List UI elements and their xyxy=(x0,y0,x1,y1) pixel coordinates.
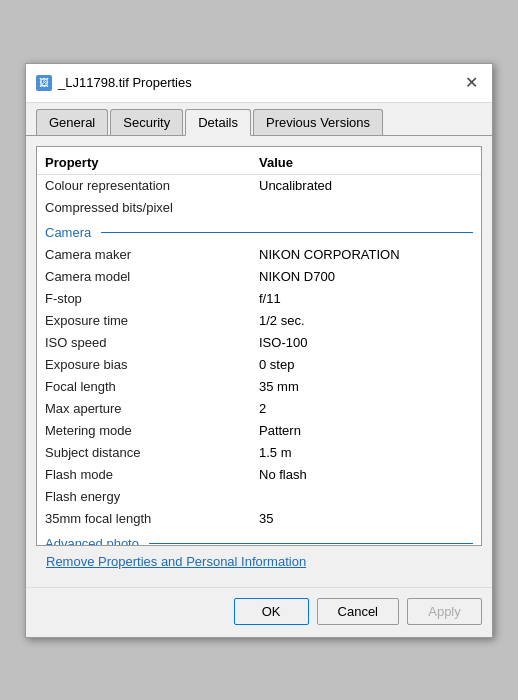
tab-security[interactable]: Security xyxy=(110,109,183,135)
prop-value: Uncalibrated xyxy=(259,178,473,193)
close-button[interactable]: ✕ xyxy=(460,72,482,94)
section-advanced-photo: Advanced photo xyxy=(37,530,481,545)
table-row: Metering mode Pattern xyxy=(37,420,481,442)
prop-value: 35 xyxy=(259,511,473,526)
prop-value: NIKON D700 xyxy=(259,269,473,284)
prop-label: ISO speed xyxy=(45,335,259,350)
table-header: Property Value xyxy=(37,151,481,175)
prop-label: Compressed bits/pixel xyxy=(45,200,259,215)
properties-window: 🖼 _LJ11798.tif Properties ✕ General Secu… xyxy=(25,63,493,638)
cancel-button[interactable]: Cancel xyxy=(317,598,399,625)
table-row: Focal length 35 mm xyxy=(37,376,481,398)
table-row: Camera maker NIKON CORPORATION xyxy=(37,244,481,266)
window-title: _LJ11798.tif Properties xyxy=(58,75,192,90)
prop-label: Focal length xyxy=(45,379,259,394)
table-row: Flash mode No flash xyxy=(37,464,481,486)
content-area: Property Value Colour representation Unc… xyxy=(26,136,492,587)
tab-bar: General Security Details Previous Versio… xyxy=(26,103,492,136)
prop-value: Pattern xyxy=(259,423,473,438)
tab-previous-versions[interactable]: Previous Versions xyxy=(253,109,383,135)
table-row: Max aperture 2 xyxy=(37,398,481,420)
title-bar: 🖼 _LJ11798.tif Properties ✕ xyxy=(26,64,492,103)
apply-button[interactable]: Apply xyxy=(407,598,482,625)
header-property: Property xyxy=(45,155,259,170)
table-row: ISO speed ISO-100 xyxy=(37,332,481,354)
table-row: Colour representation Uncalibrated xyxy=(37,175,481,197)
remove-properties-link[interactable]: Remove Properties and Personal Informati… xyxy=(46,554,306,569)
tab-details[interactable]: Details xyxy=(185,109,251,136)
table-row: Exposure bias 0 step xyxy=(37,354,481,376)
file-icon: 🖼 xyxy=(36,75,52,91)
prop-label: Flash mode xyxy=(45,467,259,482)
prop-value: No flash xyxy=(259,467,473,482)
prop-label: Exposure time xyxy=(45,313,259,328)
table-row: Flash energy xyxy=(37,486,481,508)
prop-label: F-stop xyxy=(45,291,259,306)
header-value: Value xyxy=(259,155,473,170)
prop-label: Colour representation xyxy=(45,178,259,193)
table-row: F-stop f/11 xyxy=(37,288,481,310)
ok-button[interactable]: OK xyxy=(234,598,309,625)
prop-value: 35 mm xyxy=(259,379,473,394)
properties-panel: Property Value Colour representation Unc… xyxy=(36,146,482,546)
prop-value: NIKON CORPORATION xyxy=(259,247,473,262)
table-row: Exposure time 1/2 sec. xyxy=(37,310,481,332)
prop-label: Subject distance xyxy=(45,445,259,460)
table-row: Subject distance 1.5 m xyxy=(37,442,481,464)
properties-scroll[interactable]: Property Value Colour representation Unc… xyxy=(37,147,481,545)
prop-value: ISO-100 xyxy=(259,335,473,350)
prop-label: Flash energy xyxy=(45,489,259,504)
table-row: Camera model NIKON D700 xyxy=(37,266,481,288)
link-area: Remove Properties and Personal Informati… xyxy=(36,546,482,577)
prop-label: Metering mode xyxy=(45,423,259,438)
prop-value: 0 step xyxy=(259,357,473,372)
prop-label: Max aperture xyxy=(45,401,259,416)
title-bar-left: 🖼 _LJ11798.tif Properties xyxy=(36,75,192,91)
prop-label: Camera maker xyxy=(45,247,259,262)
prop-value: 1.5 m xyxy=(259,445,473,460)
table-row: Compressed bits/pixel xyxy=(37,197,481,219)
button-bar: OK Cancel Apply xyxy=(26,587,492,637)
section-camera: Camera xyxy=(37,219,481,244)
prop-value: 1/2 sec. xyxy=(259,313,473,328)
prop-value: f/11 xyxy=(259,291,473,306)
prop-label: 35mm focal length xyxy=(45,511,259,526)
tab-general[interactable]: General xyxy=(36,109,108,135)
prop-value: 2 xyxy=(259,401,473,416)
table-row: 35mm focal length 35 xyxy=(37,508,481,530)
prop-label: Camera model xyxy=(45,269,259,284)
prop-label: Exposure bias xyxy=(45,357,259,372)
